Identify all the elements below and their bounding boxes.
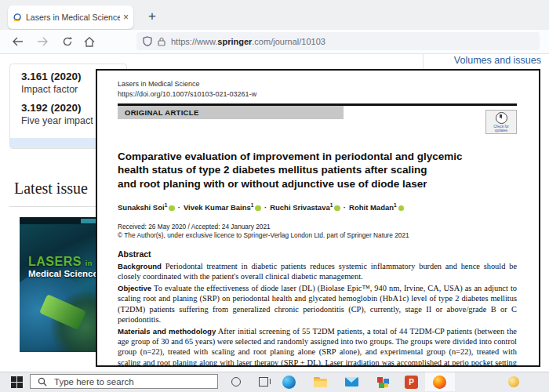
article-type-label: ORIGINAL ARTICLE [118, 106, 344, 119]
tracking-shield-icon[interactable] [143, 36, 152, 46]
address-bar[interactable]: https://www.springer.com/journal/10103 [136, 32, 540, 50]
file-explorer-icon[interactable] [314, 376, 327, 389]
mail-icon[interactable] [345, 377, 358, 387]
orcid-icon[interactable] [334, 205, 340, 212]
check-for-updates-badge[interactable]: Check forupdates [485, 110, 517, 134]
abstract-paragraph: Background Periodontal treatment in diab… [118, 261, 517, 281]
back-icon[interactable] [9, 34, 25, 49]
abstract-paragraph: Objective To evaluate the effectiveness … [118, 283, 517, 324]
weather-sun-icon[interactable] [508, 376, 519, 387]
article-pdf-overlay: Lasers in Medical Science https://doi.or… [96, 69, 540, 367]
abstract-paragraph: Materials and methodology After initial … [118, 326, 517, 367]
search-input[interactable] [53, 376, 217, 387]
cortana-icon[interactable] [231, 377, 241, 387]
lock-icon[interactable] [158, 37, 165, 46]
cover-subtitle: Medical Science [28, 269, 98, 278]
article-title: Comparative evaluation of improvement in… [118, 150, 517, 191]
home-icon[interactable] [82, 34, 97, 49]
abstract-heading: Abstract [118, 249, 517, 259]
firefox-icon[interactable] [433, 376, 446, 389]
volumes-and-issues-link[interactable]: Volumes and issues [454, 55, 541, 66]
browser-toolbar: https://www.springer.com/journal/10103 [0, 30, 549, 54]
orcid-icon[interactable] [255, 205, 261, 212]
author-name: Ruchi Srivastava1 [270, 203, 340, 212]
windows-start-icon[interactable] [11, 376, 23, 388]
edge-icon[interactable] [282, 376, 296, 389]
search-icon [38, 377, 47, 387]
powerpoint-icon[interactable]: P [405, 376, 418, 389]
author-name: Rohit Madan1 [349, 203, 404, 212]
abstract-paragraphs: Background Periodontal treatment in diab… [118, 261, 517, 367]
author-name: Vivek Kumar Bains1 [184, 203, 261, 212]
browser-tab[interactable]: Lasers in Medical Science | Hom × [8, 5, 133, 29]
tab-close-icon[interactable]: × [123, 12, 129, 23]
taskbar-search-box[interactable] [30, 374, 218, 389]
forward-icon[interactable] [35, 34, 50, 49]
url-text: https://www.springer.com/journal/10103 [171, 37, 325, 46]
nav-divider [423, 54, 424, 70]
new-tab-button[interactable]: + [143, 7, 162, 26]
orcid-icon[interactable] [169, 205, 175, 212]
tab-title: Lasers in Medical Science | Hom [26, 13, 120, 22]
windows-taskbar: P [0, 372, 549, 392]
paper-journal-name: Lasers in Medical Science [118, 80, 517, 88]
springer-favicon-icon [13, 13, 22, 22]
reload-icon[interactable] [60, 34, 75, 49]
check-updates-icon [496, 112, 507, 124]
received-accepted-line: Received: 26 May 2020 / Accepted: 24 Jan… [118, 223, 517, 240]
task-view-icon[interactable] [259, 377, 268, 387]
paper-doi: https://doi.org/10.1007/s10103-021-03261… [118, 90, 517, 98]
author-name: Sunakshi Soi1 [118, 203, 175, 212]
cover-title: LASERS in [28, 255, 93, 269]
paper-authors: Sunakshi Soi1·Vivek Kumar Bains1·Ruchi S… [118, 202, 517, 212]
orcid-icon[interactable] [398, 205, 405, 212]
latest-issue-heading: Latest issue [14, 180, 88, 198]
browser-tab-strip: Lasers in Medical Science | Hom × + [0, 0, 549, 30]
blocks-app-icon[interactable] [376, 376, 390, 389]
